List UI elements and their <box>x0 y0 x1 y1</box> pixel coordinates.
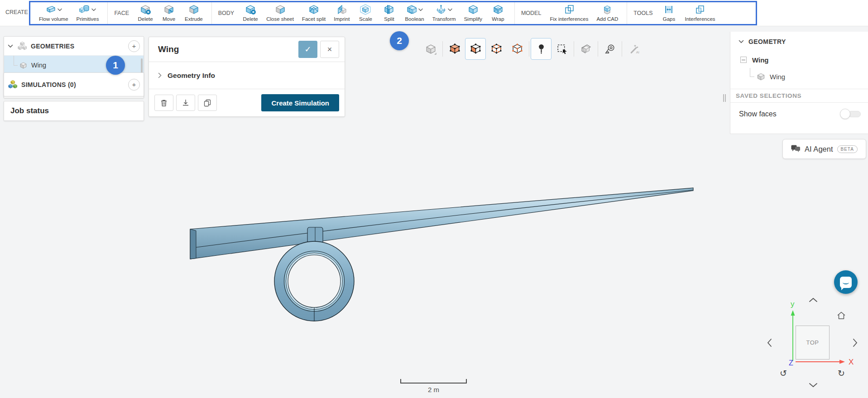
copy-geometry-button[interactable] <box>198 95 217 111</box>
chevron-down-icon[interactable] <box>739 40 744 43</box>
rotate-right-button[interactable] <box>853 338 858 347</box>
face-delete-button[interactable]: Delete <box>138 3 153 24</box>
divider <box>622 41 622 57</box>
select-edge-button[interactable] <box>486 38 507 60</box>
geometries-section-row[interactable]: GEOMETRIES + <box>4 37 144 56</box>
body-delete-icon <box>245 4 256 15</box>
ai-select-button[interactable]: AI <box>623 38 644 60</box>
rotate-up-button[interactable] <box>809 297 818 302</box>
view-cube-face-label: TOP <box>806 339 819 346</box>
add-geometry-button[interactable]: + <box>128 40 140 52</box>
chevron-down-icon[interactable] <box>58 8 62 11</box>
support-chat-button[interactable] <box>834 270 858 294</box>
simulations-panel[interactable]: SIMULATIONS (0) + <box>4 72 144 96</box>
boolean-button[interactable]: Boolean <box>405 3 424 24</box>
body-delete-button[interactable]: Delete <box>243 3 258 24</box>
panel-resize-handle[interactable] <box>723 94 726 102</box>
home-view-button[interactable] <box>836 311 846 320</box>
chevron-down-icon[interactable] <box>418 8 423 11</box>
ai-agent-button[interactable]: AI Agent BETA <box>782 139 866 159</box>
select-vertex-button[interactable] <box>507 38 528 60</box>
job-status-panel[interactable]: Job status <box>4 101 144 121</box>
wrap-button[interactable]: Wrap <box>490 3 506 24</box>
select-body-icon <box>425 43 437 55</box>
split-button[interactable]: Split <box>381 3 397 24</box>
measure-tape-icon <box>604 43 616 55</box>
flow-volume-icon <box>45 4 56 15</box>
geometry-info-row[interactable]: Geometry Info <box>149 62 345 89</box>
view-cube[interactable]: TOP <box>796 326 830 360</box>
select-face-button[interactable] <box>444 38 465 60</box>
geometry-info-label: Geometry Info <box>168 72 215 80</box>
select-body-button[interactable] <box>420 38 441 60</box>
face-extrude-icon <box>188 4 199 15</box>
gaps-button[interactable]: Gaps <box>661 3 676 24</box>
dialog-footer: Create Simulation <box>149 89 345 116</box>
close-button[interactable]: × <box>320 41 339 58</box>
facet-split-button[interactable]: Facet split <box>302 3 326 24</box>
scale-bar: 2 m <box>400 379 467 393</box>
split-icon <box>384 4 394 15</box>
chevron-down-icon[interactable] <box>448 8 452 11</box>
selection-mode-bar: AI <box>420 37 644 61</box>
confirm-button[interactable]: ✓ <box>298 41 317 58</box>
simplify-button[interactable]: Simplify <box>464 3 482 24</box>
divider <box>574 41 574 57</box>
pin-selection-button[interactable] <box>531 38 551 60</box>
toolbar-section-tools: TOOLS <box>633 10 652 16</box>
select-mixed-button[interactable] <box>465 38 486 60</box>
geometry-wing-child-row[interactable]: Wing <box>730 68 868 85</box>
fix-interferences-button[interactable]: Fix interferences <box>550 3 588 24</box>
toolbar-section-body: BODY <box>218 10 234 16</box>
face-move-button[interactable]: Move <box>161 3 177 24</box>
face-extrude-button[interactable]: Extrude <box>185 3 203 24</box>
dialog-title: Wing <box>158 44 296 54</box>
copy-icon <box>204 99 211 107</box>
fix-interferences-icon <box>564 4 575 15</box>
box-select-button[interactable] <box>551 38 572 60</box>
chevron-down-icon[interactable] <box>8 44 13 48</box>
add-cad-button[interactable]: Add CAD <box>596 3 618 24</box>
interferences-button[interactable]: Interferences <box>685 3 715 24</box>
geometries-icon <box>17 41 27 51</box>
chat-icon <box>791 145 801 153</box>
imprint-button[interactable]: Imprint <box>334 3 350 24</box>
delete-geometry-button[interactable] <box>154 95 173 111</box>
rotate-left-button[interactable] <box>767 338 772 347</box>
trash-icon <box>160 99 168 107</box>
measure-button[interactable] <box>599 38 620 60</box>
geometry-section-label: GEOMETRY <box>748 38 868 45</box>
geometry-wing-parent-row[interactable]: Wing <box>730 52 868 68</box>
scale-icon <box>360 4 371 15</box>
transform-button[interactable]: Transform <box>432 3 456 24</box>
geometry-section-row[interactable]: GEOMETRY <box>730 32 868 52</box>
rotate-down-button[interactable] <box>809 383 818 388</box>
scale-button[interactable]: Scale <box>358 3 373 24</box>
show-faces-toggle[interactable] <box>840 109 861 120</box>
close-icon: × <box>327 45 332 54</box>
close-sheet-icon <box>275 4 286 15</box>
close-sheet-button[interactable]: Close sheet <box>266 3 294 24</box>
select-mixed-icon <box>470 43 482 55</box>
create-simulation-button[interactable]: Create Simulation <box>261 94 339 111</box>
axis-z-label: Z <box>789 359 793 367</box>
roll-ccw-button[interactable]: ↺ <box>780 368 787 379</box>
imprint-icon <box>336 4 347 15</box>
chevron-down-icon[interactable] <box>91 8 96 11</box>
scale-bar-label: 2 m <box>400 386 467 393</box>
toolbar-group-model: MODEL Fix interferences Add CAD <box>514 2 627 24</box>
clip-plane-button[interactable] <box>575 38 596 60</box>
pin-icon <box>535 43 547 55</box>
download-geometry-button[interactable] <box>176 95 195 111</box>
face-delete-icon <box>140 4 151 15</box>
collapse-node-icon[interactable] <box>740 57 747 63</box>
annotation-step-1-badge: 1 <box>106 56 125 75</box>
flow-volume-button[interactable]: Flow volume <box>39 3 68 24</box>
geometries-label: GEOMETRIES <box>31 43 128 50</box>
ai-select-text: AI <box>636 50 639 54</box>
add-simulation-button[interactable]: + <box>128 79 140 91</box>
top-toolbar: CREATE Flow volume <box>0 0 868 26</box>
primitives-button[interactable]: Primitives <box>77 3 99 24</box>
roll-cw-button[interactable]: ↻ <box>838 368 845 379</box>
toolbar-group-face: FACE Delete Move Extrude <box>107 2 211 24</box>
